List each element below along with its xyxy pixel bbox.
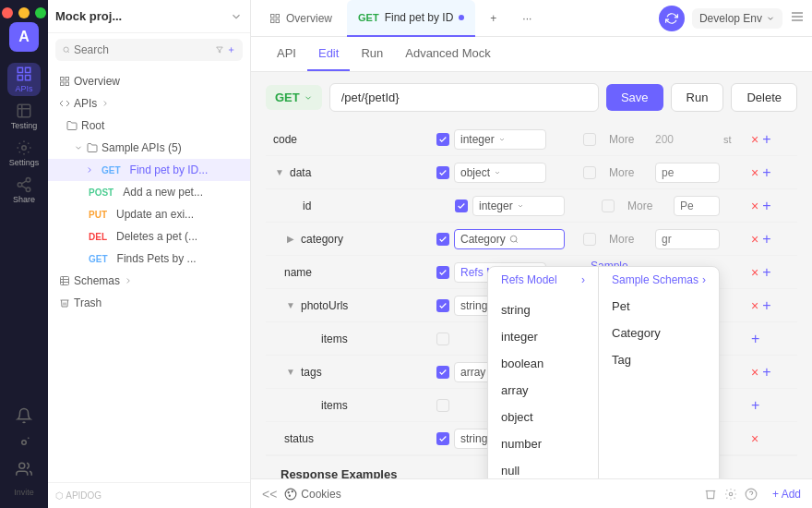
schema-pet[interactable]: Pet: [599, 293, 719, 320]
nav-add-pet[interactable]: POST Add a new pet...: [48, 181, 250, 203]
collapse-button[interactable]: <<: [262, 487, 277, 502]
nav-find-pet[interactable]: GET Find pet by ID...: [48, 159, 250, 181]
check-tags[interactable]: [432, 366, 454, 379]
type-number[interactable]: number: [488, 430, 598, 457]
check-id[interactable]: [450, 200, 472, 212]
rail-item-notifications[interactable]: [16, 407, 32, 427]
chevron-down-icon[interactable]: [230, 10, 243, 23]
add-photourls[interactable]: +: [762, 297, 770, 314]
sync-button[interactable]: [659, 6, 685, 31]
more-code[interactable]: More: [605, 133, 651, 146]
cookies-button[interactable]: Cookies: [284, 488, 340, 501]
add-example-button[interactable]: + Add: [772, 487, 801, 501]
help-bottom-icon[interactable]: [745, 488, 758, 501]
mock-input-data[interactable]: [655, 163, 720, 183]
schema-category[interactable]: Category: [599, 320, 719, 346]
mock-input-id[interactable]: [674, 196, 720, 216]
nav-sample-apis[interactable]: Sample APIs (5): [48, 137, 250, 159]
expand-photourls[interactable]: ▼: [284, 299, 297, 312]
add-category[interactable]: +: [762, 231, 770, 248]
check-items-tags[interactable]: [432, 399, 454, 412]
delete-tags[interactable]: ×: [751, 365, 758, 380]
add-data[interactable]: +: [762, 164, 770, 181]
type-null[interactable]: null: [488, 457, 598, 478]
save-button[interactable]: Save: [606, 84, 663, 111]
expand-tags[interactable]: ▼: [284, 366, 297, 379]
mock-check-id[interactable]: [602, 200, 624, 212]
delete-photourls[interactable]: ×: [751, 298, 758, 313]
nav-schemas[interactable]: Schemas: [48, 270, 250, 292]
tab-more[interactable]: ···: [511, 0, 543, 37]
type-id[interactable]: integer: [472, 196, 602, 216]
delete-id[interactable]: ×: [751, 199, 758, 213]
nav-finds-pets[interactable]: GET Finds Pets by ...: [48, 248, 250, 270]
add-items-photourls[interactable]: +: [751, 331, 759, 347]
url-input[interactable]: [329, 83, 599, 112]
rail-item-testing[interactable]: Testing: [7, 100, 41, 133]
nav-update-pet[interactable]: PUT Update an exi...: [48, 203, 250, 225]
tab-overview[interactable]: Overview: [258, 0, 343, 37]
category-search[interactable]: Category: [454, 229, 565, 249]
check-status[interactable]: [432, 432, 454, 445]
traffic-light-red[interactable]: [2, 7, 13, 18]
subtab-edit[interactable]: Edit: [307, 37, 350, 71]
search-box[interactable]: [55, 39, 243, 61]
add-icon[interactable]: [227, 43, 235, 56]
delete-code[interactable]: ×: [751, 132, 758, 147]
tab-add[interactable]: +: [479, 0, 508, 37]
filter-icon[interactable]: [216, 44, 223, 55]
mock-check-category[interactable]: [583, 233, 605, 246]
check-data[interactable]: [432, 166, 454, 179]
more-id[interactable]: More: [624, 200, 670, 212]
schema-tag[interactable]: Tag: [599, 346, 719, 373]
traffic-light-green[interactable]: [35, 7, 46, 18]
check-photourls[interactable]: [432, 299, 454, 312]
type-data[interactable]: object: [454, 163, 583, 183]
delete-name[interactable]: ×: [751, 265, 758, 280]
type-object[interactable]: object: [488, 404, 598, 430]
type-integer[interactable]: integer: [488, 323, 598, 350]
rail-item-invite[interactable]: [16, 461, 32, 480]
add-name[interactable]: +: [762, 264, 770, 281]
add-id[interactable]: +: [762, 198, 770, 214]
subtab-advanced-mock[interactable]: Advanced Mock: [394, 37, 502, 71]
mock-input-category[interactable]: [655, 229, 720, 249]
env-selector[interactable]: Develop Env: [692, 8, 782, 29]
mock-check-data[interactable]: [583, 166, 605, 179]
rail-item-settings[interactable]: Settings: [7, 137, 41, 170]
add-tags[interactable]: +: [762, 364, 770, 381]
refs-header[interactable]: Refs Model ›: [488, 267, 598, 293]
delete-category[interactable]: ×: [751, 232, 758, 247]
expand-category[interactable]: ▶: [284, 233, 297, 246]
add-code[interactable]: +: [762, 131, 770, 148]
nav-trash[interactable]: Trash: [48, 292, 250, 314]
nav-root[interactable]: Root: [48, 115, 250, 137]
check-name[interactable]: [432, 266, 454, 279]
more-data[interactable]: More: [605, 166, 651, 179]
more-category[interactable]: More: [605, 233, 651, 246]
type-boolean[interactable]: boolean: [488, 350, 598, 377]
subtab-run[interactable]: Run: [350, 37, 394, 71]
type-string[interactable]: string: [488, 296, 598, 323]
traffic-light-yellow[interactable]: [18, 7, 30, 18]
rail-item-apis[interactable]: APIs: [7, 63, 41, 96]
type-category[interactable]: Category: [454, 229, 583, 249]
nav-overview[interactable]: Overview: [48, 70, 250, 92]
expand-data[interactable]: ▼: [273, 166, 286, 179]
run-button[interactable]: Run: [671, 83, 724, 112]
type-array[interactable]: array: [488, 377, 598, 404]
schema-header[interactable]: Sample Schemas ›: [599, 267, 719, 293]
method-selector[interactable]: GET: [266, 85, 322, 110]
check-code[interactable]: [432, 133, 454, 146]
type-code[interactable]: integer: [454, 129, 583, 150]
check-items-photourls[interactable]: [432, 333, 454, 345]
settings-bottom-icon[interactable]: [724, 488, 737, 501]
rail-item-user-settings[interactable]: [16, 434, 32, 454]
tab-find-pet[interactable]: GET Find pet by ID: [347, 0, 475, 37]
hamburger-button[interactable]: [790, 9, 805, 27]
nav-delete-pet[interactable]: DEL Deletes a pet (...: [48, 225, 250, 248]
check-category[interactable]: [432, 233, 454, 246]
add-items-tags[interactable]: +: [751, 397, 759, 414]
delete-data[interactable]: ×: [751, 165, 758, 180]
trash-bottom-icon[interactable]: [704, 488, 717, 501]
